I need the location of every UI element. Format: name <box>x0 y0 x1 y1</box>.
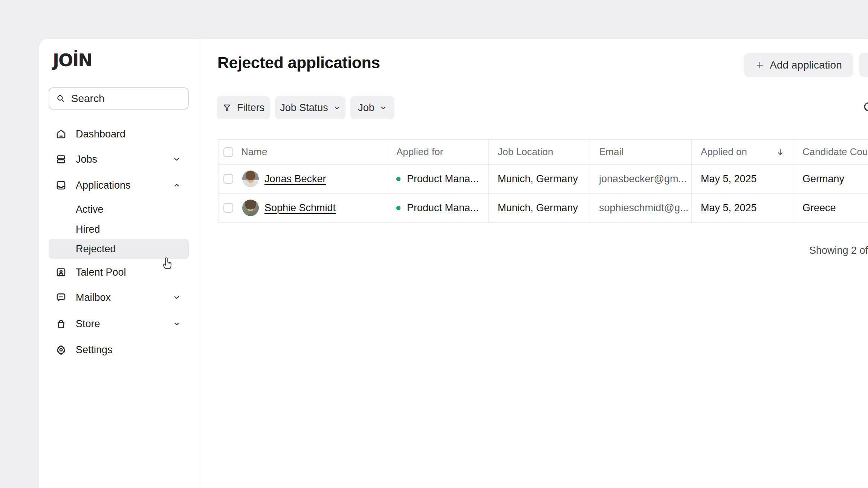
job-status-dot <box>396 206 400 210</box>
avatar <box>242 200 259 216</box>
sidebar-item-label: Store <box>76 318 100 330</box>
sidebar-item-store[interactable]: Store <box>49 314 189 334</box>
add-application-button[interactable]: Add application <box>744 53 853 77</box>
filter-funnel-icon <box>222 103 232 113</box>
search-input[interactable] <box>71 93 181 105</box>
sidebar: JOİN Dashboard Jobs Applications Active … <box>39 39 200 488</box>
applied-for-value: Product Mana... <box>407 173 479 185</box>
mouse-cursor-hand-icon <box>161 255 173 271</box>
sidebar-item-label: Talent Pool <box>76 267 126 278</box>
chevron-down-icon <box>333 104 341 111</box>
settings-icon <box>55 344 67 355</box>
select-all-checkbox[interactable] <box>223 147 233 157</box>
column-header-job-location[interactable]: Job Location <box>498 146 553 158</box>
filters-button[interactable]: Filters <box>217 96 270 119</box>
plus-icon <box>755 61 764 70</box>
column-header-applied-for[interactable]: Applied for <box>396 146 443 158</box>
home-icon <box>55 128 67 140</box>
add-application-label: Add application <box>770 59 842 71</box>
applied-for-value: Product Mana... <box>407 202 479 214</box>
chevron-down-icon <box>173 320 180 328</box>
filters-label: Filters <box>237 102 265 114</box>
job-dropdown[interactable]: Job <box>350 96 394 119</box>
column-header-candidate-country[interactable]: Candidate Country <box>802 146 868 158</box>
page-title: Rejected applications <box>217 53 380 72</box>
email-value: sophieschmidt@g... <box>599 202 689 214</box>
avatar <box>242 171 259 187</box>
table-row[interactable]: Jonas Becker Product Mana... Munich, Ger… <box>219 165 868 194</box>
email-value: jonasbecker@gm... <box>599 173 687 185</box>
sidebar-item-label: Settings <box>76 344 113 356</box>
column-header-applied-on[interactable]: Applied on <box>701 146 747 158</box>
sidebar-item-settings[interactable]: Settings <box>49 340 189 360</box>
sidebar-item-active[interactable]: Active <box>49 200 189 218</box>
sidebar-item-label: Jobs <box>76 154 97 165</box>
candidate-name-link[interactable]: Jonas Becker <box>264 173 326 185</box>
job-status-label: Job Status <box>280 102 328 114</box>
chevron-down-icon <box>173 294 180 301</box>
applied-on-value: May 5, 2025 <box>701 202 757 214</box>
applications-table: Name Applied for Job Location Email Appl… <box>219 139 868 223</box>
sidebar-item-label: Rejected <box>76 243 116 255</box>
sidebar-item-hired[interactable]: Hired <box>49 220 189 238</box>
chevron-down-icon <box>380 104 387 111</box>
job-label: Job <box>358 102 374 114</box>
store-icon <box>55 318 67 329</box>
showing-count-label: Showing 2 of <box>809 245 868 256</box>
sidebar-item-label: Applications <box>76 180 131 191</box>
table-header-row: Name Applied for Job Location Email Appl… <box>219 139 868 165</box>
candidate-name-link[interactable]: Sophie Schmidt <box>264 202 336 214</box>
chevron-down-icon <box>173 156 180 163</box>
job-status-dropdown[interactable]: Job Status <box>275 96 345 119</box>
sidebar-item-jobs[interactable]: Jobs <box>49 149 189 169</box>
candidate-country-value: Germany <box>802 173 844 185</box>
candidate-country-value: Greece <box>802 202 836 214</box>
column-header-name[interactable]: Name <box>241 146 267 158</box>
talent-pool-icon <box>55 267 67 278</box>
sidebar-item-applications[interactable]: Applications <box>49 175 189 195</box>
job-location-value: Munich, Germany <box>498 173 578 185</box>
secondary-action-button[interactable] <box>859 53 868 77</box>
search-icon <box>862 100 868 115</box>
sidebar-item-label: Mailbox <box>76 292 111 303</box>
job-location-value: Munich, Germany <box>498 202 578 214</box>
sidebar-item-dashboard[interactable]: Dashboard <box>49 124 189 144</box>
search-icon <box>56 93 65 104</box>
applications-icon <box>55 180 67 191</box>
column-header-email[interactable]: Email <box>599 146 623 158</box>
sidebar-item-label: Active <box>76 204 104 215</box>
sidebar-item-label: Dashboard <box>76 128 125 140</box>
row-checkbox[interactable] <box>223 174 233 184</box>
sort-descending-icon[interactable] <box>776 148 785 157</box>
sidebar-item-mailbox[interactable]: Mailbox <box>49 287 189 308</box>
sidebar-search[interactable] <box>49 87 189 110</box>
sidebar-item-label: Hired <box>76 224 100 235</box>
row-checkbox[interactable] <box>223 203 233 213</box>
table-row[interactable]: Sophie Schmidt Product Mana... Munich, G… <box>219 194 868 223</box>
applied-on-value: May 5, 2025 <box>701 173 757 185</box>
join-logo: JOİN <box>53 50 92 70</box>
chevron-up-icon <box>173 181 180 189</box>
jobs-icon <box>55 154 67 165</box>
job-status-dot <box>396 177 400 181</box>
table-search-button[interactable] <box>862 100 868 117</box>
mailbox-icon <box>55 292 67 303</box>
